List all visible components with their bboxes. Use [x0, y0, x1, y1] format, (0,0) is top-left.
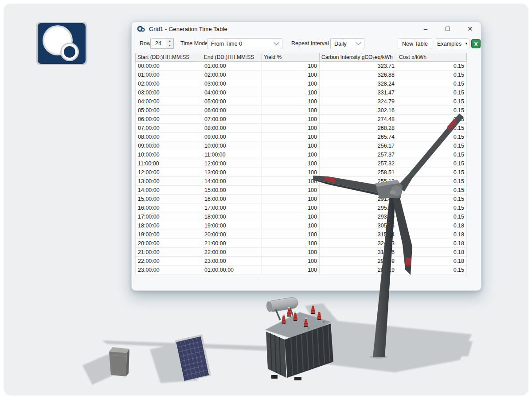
table-cell[interactable]: 0.15	[397, 106, 467, 115]
table-cell[interactable]: 100	[262, 70, 320, 79]
table-row[interactable]: 05:00:0006:00:00100302.160.15	[136, 106, 467, 115]
table-cell[interactable]: 315.24	[320, 230, 397, 239]
table-cell[interactable]: 268.28	[320, 124, 397, 133]
table-cell[interactable]: 324.83	[320, 239, 397, 248]
table-row[interactable]: 19:00:0020:00:00100315.240.18	[136, 230, 467, 239]
table-cell[interactable]: 317.56	[320, 248, 397, 257]
table-cell[interactable]: 01:00:00	[202, 62, 262, 70]
table-cell[interactable]: 02:00:00	[202, 70, 262, 79]
table-cell[interactable]: 0.15	[397, 79, 467, 88]
table-cell[interactable]: 07:00:00	[136, 124, 202, 133]
table-cell[interactable]: 100	[262, 97, 320, 106]
table-cell[interactable]: 100	[262, 133, 320, 141]
table-cell[interactable]: 05:00:00	[136, 106, 202, 115]
table-cell[interactable]: 257.32	[320, 159, 397, 168]
table-cell[interactable]: 14:00:00	[202, 177, 262, 186]
table-cell[interactable]: 100	[262, 150, 320, 159]
table-cell[interactable]: 328.24	[320, 79, 397, 88]
minimize-button[interactable]: –	[415, 22, 437, 36]
table-cell[interactable]: 0.18	[397, 230, 467, 239]
table-cell[interactable]: 16:00:00	[136, 203, 202, 212]
table-cell[interactable]: 04:00:00	[136, 97, 202, 106]
table-row[interactable]: 20:00:0021:00:00100324.830.18	[136, 239, 467, 248]
table-cell[interactable]: 19:00:00	[202, 221, 262, 230]
table-cell[interactable]: 0.18	[397, 239, 467, 248]
table-cell[interactable]: 0.15	[397, 150, 467, 159]
table-cell[interactable]: 100	[262, 159, 320, 168]
table-cell[interactable]: 257.37	[320, 150, 397, 159]
table-cell[interactable]: 100	[262, 212, 320, 221]
table-cell[interactable]: 23:00:00	[202, 257, 262, 266]
table-cell[interactable]: 100	[262, 88, 320, 97]
table-cell[interactable]: 22:00:00	[136, 257, 202, 266]
column-header[interactable]: Cost ¤/kWh	[397, 53, 467, 62]
table-cell[interactable]: 0.18	[397, 221, 467, 230]
table-cell[interactable]: 14:00:00	[136, 186, 202, 195]
generation-time-table[interactable]: Start (DD:)HH:MM:SSEnd (DD:)HH:MM:SSYiel…	[135, 53, 467, 274]
table-cell[interactable]: 100	[262, 106, 320, 115]
table-cell[interactable]: 0.15	[397, 203, 467, 212]
table-cell[interactable]: 0.15	[397, 124, 467, 133]
stepper-down-icon[interactable]: ▼	[166, 43, 173, 48]
table-cell[interactable]: 12:00:00	[202, 159, 262, 168]
table-cell[interactable]: 0.15	[397, 141, 467, 150]
table-cell[interactable]: 06:00:00	[136, 115, 202, 124]
table-row[interactable]: 16:00:0017:00:00100295.600.15	[136, 203, 467, 212]
examples-button[interactable]: Examples ▼	[436, 38, 469, 49]
table-cell[interactable]: 10:00:00	[202, 141, 262, 150]
table-cell[interactable]: 02:00:00	[136, 79, 202, 88]
table-cell[interactable]: 100	[262, 168, 320, 177]
table-cell[interactable]: 305.85	[320, 221, 397, 230]
table-cell[interactable]: 0.15	[397, 159, 467, 168]
table-cell[interactable]: 302.16	[320, 106, 397, 115]
table-cell[interactable]: 12:00:00	[136, 168, 202, 177]
repeat-interval-select[interactable]: Daily	[330, 38, 364, 49]
table-cell[interactable]: 13:00:00	[202, 168, 262, 177]
table-row[interactable]: 10:00:0011:00:00100257.370.15	[136, 150, 467, 159]
table-cell[interactable]: 331.47	[320, 88, 397, 97]
table-row[interactable]: 02:00:0003:00:00100328.240.15	[136, 79, 467, 88]
table-cell[interactable]: 06:00:00	[202, 106, 262, 115]
table-cell[interactable]: 16:00:00	[202, 195, 262, 203]
table-cell[interactable]: 262.35	[320, 186, 397, 195]
table-row[interactable]: 04:00:0005:00:00100324.790.15	[136, 97, 467, 106]
table-cell[interactable]: 100	[262, 79, 320, 88]
table-cell[interactable]: 15:00:00	[202, 186, 262, 195]
table-cell[interactable]: 08:00:00	[202, 124, 262, 133]
rows-input[interactable]	[150, 38, 166, 49]
table-cell[interactable]: 18:00:00	[136, 221, 202, 230]
table-cell[interactable]: 04:00:00	[202, 88, 262, 97]
table-cell[interactable]: 15:00:00	[136, 195, 202, 203]
table-cell[interactable]: 100	[262, 257, 320, 266]
table-cell[interactable]: 0.15	[397, 97, 467, 106]
table-cell[interactable]: 323.71	[320, 62, 397, 70]
table-cell[interactable]: 0.15	[397, 186, 467, 195]
table-row[interactable]: 14:00:0015:00:00100262.350.15	[136, 186, 467, 195]
table-cell[interactable]: 0.15	[397, 168, 467, 177]
table-cell[interactable]: 0.15	[397, 195, 467, 203]
table-cell[interactable]: 20:00:00	[136, 239, 202, 248]
table-cell[interactable]: 21:00:00	[202, 239, 262, 248]
table-row[interactable]: 22:00:0023:00:00100298.390.18	[136, 257, 467, 266]
table-cell[interactable]: 100	[262, 195, 320, 203]
table-cell[interactable]: 0.15	[397, 70, 467, 79]
table-cell[interactable]: 03:00:00	[202, 79, 262, 88]
table-cell[interactable]: 100	[262, 62, 320, 70]
table-cell[interactable]: 10:00:00	[136, 150, 202, 159]
new-table-button[interactable]: New Table	[398, 38, 432, 49]
table-cell[interactable]: 0.15	[397, 62, 467, 70]
table-cell[interactable]: 17:00:00	[202, 203, 262, 212]
table-cell[interactable]: 0.15	[397, 266, 467, 274]
table-cell[interactable]: 258.51	[320, 168, 397, 177]
table-cell[interactable]: 100	[262, 266, 320, 274]
table-cell[interactable]: 0.18	[397, 248, 467, 257]
table-cell[interactable]: 100	[262, 203, 320, 212]
table-row[interactable]: 15:00:0016:00:00100291.450.15	[136, 195, 467, 203]
table-cell[interactable]: 09:00:00	[202, 133, 262, 141]
table-cell[interactable]: 293.20	[320, 212, 397, 221]
table-row[interactable]: 00:00:0001:00:00100323.710.15	[136, 62, 467, 70]
table-cell[interactable]: 0.15	[397, 133, 467, 141]
table-cell[interactable]: 291.45	[320, 195, 397, 203]
table-cell[interactable]: 100	[262, 230, 320, 239]
table-cell[interactable]: 20:00:00	[202, 230, 262, 239]
